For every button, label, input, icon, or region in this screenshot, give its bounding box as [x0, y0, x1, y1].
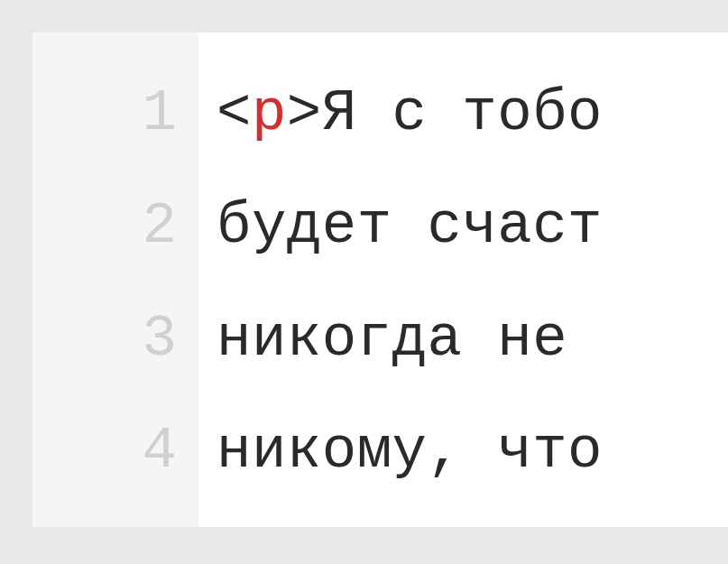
code-editor: 1 2 3 4 <p>Я с тобо будет счаст никогда …: [32, 32, 728, 527]
code-line: никому, что: [217, 395, 728, 508]
line-number-gutter: 1 2 3 4: [32, 32, 198, 527]
tag-open-bracket: <: [217, 81, 252, 146]
code-text: никогда не: [217, 307, 567, 372]
line-number: 1: [32, 58, 198, 171]
code-text: никому, что: [217, 419, 603, 484]
tag-close-bracket: >: [287, 81, 322, 146]
line-number: 4: [32, 395, 198, 508]
line-number: 2: [32, 171, 198, 283]
code-line: будет счаст: [217, 171, 728, 283]
code-line: никогда не: [217, 283, 728, 396]
code-line: <p>Я с тобо: [217, 58, 728, 171]
line-number: 3: [32, 283, 198, 396]
code-text: Я с тобо: [322, 81, 603, 146]
code-text: будет счаст: [217, 194, 603, 259]
code-content-area[interactable]: <p>Я с тобо будет счаст никогда не ником…: [198, 32, 728, 527]
tag-name: p: [252, 81, 287, 146]
